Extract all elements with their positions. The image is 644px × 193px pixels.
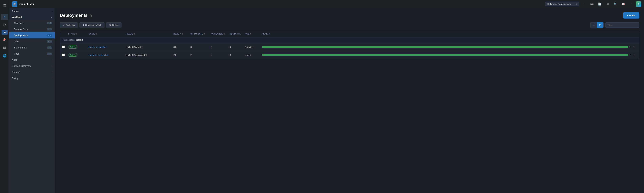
table-row: Active joesite-on-rancher zackz001/joesi… xyxy=(60,43,639,51)
file-icon[interactable]: 📄 xyxy=(597,1,602,7)
col-state[interactable]: State ⇅ xyxy=(68,33,88,35)
download-yaml-button[interactable]: ⬇ Download YAML xyxy=(80,22,104,28)
avatar[interactable]: Z xyxy=(636,1,641,7)
cluster-label: Cluster xyxy=(12,10,20,13)
apps-label: Apps xyxy=(12,59,17,61)
zkr-badge: ZKR xyxy=(2,30,8,35)
chevron-right-icon-sd: › xyxy=(52,65,52,67)
sidebar-item-cronjobs[interactable]: CronJobs ⊣ 0 xyxy=(9,20,55,26)
row1-health-bar-fill xyxy=(262,46,628,48)
redeploy-label: Redeploy xyxy=(66,24,75,26)
sidebar: Cluster › Workloads ⌄ CronJobs ⊣ 0 Daemo… xyxy=(9,8,55,193)
icon-bar: ☰ ⌂ 🛡 ZKR ⛵ ▦ 🌐 xyxy=(0,0,9,193)
sidebar-item-workloads[interactable]: Workloads ⌄ xyxy=(9,14,55,20)
row2-health-bar-fill xyxy=(262,54,628,56)
statefulsets-label: StatefulSets xyxy=(14,46,27,49)
row1-action-menu[interactable]: ⋮ xyxy=(630,45,637,49)
hamburger-icon[interactable]: ☰ xyxy=(1,2,8,9)
workloads-label: Workloads xyxy=(12,16,23,18)
page-title-group: Deployments ☆ xyxy=(60,13,92,18)
col-health: Health xyxy=(262,33,630,35)
sail-icon[interactable]: ⛵ xyxy=(1,36,8,43)
sidebar-item-apps[interactable]: Apps › xyxy=(9,57,55,63)
table-header: State ⇅ Name ⇅ Image ⇅ Ready ⇅ Up To Dat… xyxy=(60,31,639,37)
chevron-down-icon: ▾ xyxy=(576,3,577,5)
content: Cluster › Workloads ⌄ CronJobs ⊣ 0 Daemo… xyxy=(9,8,644,193)
col-actions xyxy=(630,33,637,35)
row2-available: 2 xyxy=(211,54,230,56)
jobs-badge: ⊣ 0 xyxy=(47,40,52,43)
row2-status-badge: Active xyxy=(68,53,78,57)
sidebar-item-cluster[interactable]: Cluster › xyxy=(9,8,55,14)
col-name[interactable]: Name ⇅ xyxy=(88,33,126,35)
col-image[interactable]: Image ⇅ xyxy=(126,33,174,35)
chevron-right-icon-policy: › xyxy=(52,77,52,79)
book-icon[interactable]: 📖 xyxy=(620,1,626,7)
daemonsets-badge: ⊣ 0 xyxy=(47,28,52,31)
col-restarts: Restarts xyxy=(230,33,245,35)
sidebar-item-deployments[interactable]: Deployments ⊣ 2 xyxy=(9,32,55,39)
storage-label: Storage xyxy=(12,71,20,73)
terminal-icon[interactable]: ⌨ xyxy=(589,1,595,7)
namespace-label: Only User Namespaces xyxy=(547,3,570,5)
policy-label: Policy xyxy=(12,77,18,80)
filter-input[interactable] xyxy=(605,23,639,28)
delete-button[interactable]: 🗑 Delete xyxy=(106,22,122,28)
pods-label: Pods xyxy=(14,52,19,55)
page-header: Deployments ☆ Create xyxy=(60,12,639,19)
redeploy-icon: ↺ xyxy=(63,24,64,26)
col-available[interactable]: Available ⇅ xyxy=(211,33,230,35)
shield-icon[interactable]: 🛡 xyxy=(1,22,8,29)
row2-checkbox[interactable] xyxy=(62,54,65,56)
sidebar-item-jobs[interactable]: Jobs ⊣ 0 xyxy=(9,39,55,45)
globe-icon[interactable]: 🌐 xyxy=(1,52,8,59)
create-button[interactable]: Create xyxy=(623,12,639,19)
home-icon[interactable]: ⌂ xyxy=(1,14,8,21)
table-row: Active zackweb-on-rancher zackz001/gitop… xyxy=(60,51,639,59)
pods-badge: ⊣ 5 xyxy=(47,53,52,55)
row2-status: Active xyxy=(68,53,88,57)
chevron-right-icon-apps: › xyxy=(52,59,52,61)
apps-icon[interactable]: ▦ xyxy=(1,44,8,51)
upload-icon[interactable]: ↑ xyxy=(581,1,587,7)
statefulsets-badge: ⊣ 0 xyxy=(47,46,52,49)
header: 🚀 zack-cluster Only User Namespaces ▾ ↑ … xyxy=(9,0,644,8)
col-age[interactable]: Age ⇅ xyxy=(245,33,262,35)
main-container: 🚀 zack-cluster Only User Namespaces ▾ ↑ … xyxy=(9,0,644,193)
more-icon[interactable]: ⋮ xyxy=(628,1,634,7)
daemonsets-label: DaemonSets xyxy=(14,28,28,31)
sidebar-item-service-discovery[interactable]: Service Discovery › xyxy=(9,63,55,69)
col-up-to-date[interactable]: Up To Date ⇅ xyxy=(190,33,211,35)
row2-health-bar: ▾ xyxy=(262,54,630,56)
grid-view-button[interactable]: ⊞ xyxy=(597,22,604,28)
chevron-down-icon: ⌄ xyxy=(50,16,52,18)
sidebar-item-policy[interactable]: Policy › xyxy=(9,75,55,81)
col-ready[interactable]: Ready ⇅ xyxy=(174,33,190,35)
col-checkbox xyxy=(62,33,68,35)
search-icon[interactable]: 🔍 xyxy=(612,1,618,7)
list-view-button[interactable]: ☰ xyxy=(590,22,597,28)
row1-name-link[interactable]: joesite-on-rancher xyxy=(88,46,126,48)
sidebar-item-statefulsets[interactable]: StatefulSets ⊣ 0 xyxy=(9,45,55,51)
namespace-selector[interactable]: Only User Namespaces ▾ xyxy=(545,2,579,6)
download-icon: ⬇ xyxy=(82,24,84,26)
row1-ready: 3/3 xyxy=(174,46,190,48)
deployments-table: State ⇅ Name ⇅ Image ⇅ Ready ⇅ Up To Dat… xyxy=(60,31,639,59)
row1-checkbox[interactable] xyxy=(62,46,65,48)
toolbar: ↺ Redeploy ⬇ Download YAML 🗑 Delete ☰ ⊞ xyxy=(60,22,639,28)
redeploy-button[interactable]: ↺ Redeploy xyxy=(60,22,78,28)
grid-icon[interactable]: ⊞ xyxy=(604,1,610,7)
sidebar-item-pods[interactable]: Pods ⊣ 5 xyxy=(9,51,55,57)
favorite-icon[interactable]: ☆ xyxy=(89,14,92,18)
delete-label: Delete xyxy=(112,24,119,26)
namespace-row: Namespace: default xyxy=(60,37,639,43)
sidebar-item-storage[interactable]: Storage › xyxy=(9,69,55,75)
row2-action-menu[interactable]: ⋮ xyxy=(630,53,637,57)
cluster-name: zack-cluster xyxy=(19,3,34,6)
row2-name-link[interactable]: zackweb-on-rancher xyxy=(88,54,126,56)
row1-image: zackz001/joesite xyxy=(126,46,174,48)
row2-health: ▾ xyxy=(262,54,630,56)
row1-status: Active xyxy=(68,45,88,49)
sidebar-item-daemonsets[interactable]: DaemonSets ⊣ 0 xyxy=(9,26,55,32)
jobs-label: Jobs xyxy=(14,40,19,43)
